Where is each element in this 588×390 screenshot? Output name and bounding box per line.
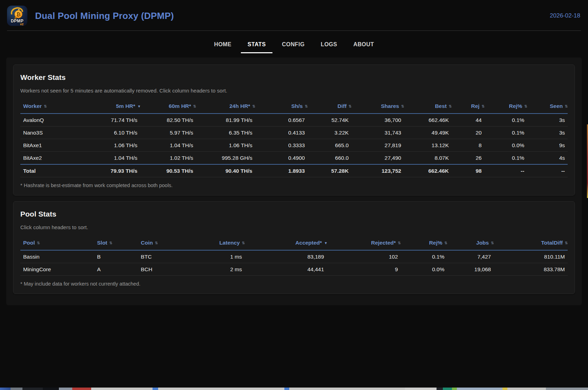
bitcoin-coin-icon: ₿ [14, 10, 22, 18]
window-sliver-segment [43, 388, 59, 390]
worker-name: AvalonQ [20, 114, 89, 126]
window-sliver-segment [452, 388, 457, 390]
worker-col-worker[interactable]: Worker⇅ [20, 100, 89, 114]
pool-col-slot[interactable]: Slot⇅ [94, 237, 138, 250]
logo-text: DPMP [7, 19, 27, 23]
app-header: ₿ DPMP v2 Dual Pool Mining Proxy (DPMP) … [0, 0, 588, 26]
tab-config[interactable]: CONFIG [275, 36, 311, 53]
pool-col-totaldiff[interactable]: TotalDiff⇅ [494, 237, 568, 250]
pool-col-accepted[interactable]: Accepted*▼ [245, 237, 327, 250]
window-sliver-segment [72, 388, 91, 390]
window-sliver-segment [507, 388, 546, 390]
worker-stats-title: Worker Stats [20, 73, 568, 82]
page-title: Dual Pool Mining Proxy (DPMP) [35, 11, 174, 21]
worker-col-shs[interactable]: Sh/s⇅ [255, 100, 308, 114]
worker-table-header-row: Worker⇅ 5m HR*▼ 60m HR*⇅ 24h HR*⇅ Sh/s⇅ … [20, 100, 568, 114]
window-sliver-segment [546, 388, 588, 390]
window-sliver-segment [91, 388, 153, 390]
pool-col-latency[interactable]: Latency⇅ [182, 237, 245, 250]
pool-table-header-row: Pool⇅ Slot⇅ Coin⇅ Latency⇅ Accepted*▼ Re… [20, 237, 568, 250]
logo-version: v2 [20, 22, 23, 26]
tab-logs[interactable]: LOGS [314, 36, 344, 53]
pool-col-pool[interactable]: Pool⇅ [20, 237, 94, 250]
worker-stats-footnote: * Hashrate is best-estimate from work co… [20, 183, 568, 188]
main-content: Worker Stats Workers not seen for 5 minu… [6, 57, 582, 305]
header-date: 2026-02-18 [550, 12, 580, 19]
pool-name: Bassin [20, 250, 94, 263]
worker-total-row: Total 79.93 TH/s 90.53 TH/s 90.40 TH/s 1… [20, 164, 568, 177]
app-logo: ₿ DPMP v2 [7, 6, 27, 26]
worker-stats-card: Worker Stats Workers not seen for 5 minu… [13, 64, 575, 196]
worker-col-seen[interactable]: Seen⇅ [527, 100, 568, 114]
table-row: Bassin B BTC 1 ms 83,189 102 0.1% 7,427 … [20, 250, 568, 263]
pool-col-coin[interactable]: Coin⇅ [138, 237, 182, 250]
pool-stats-table: Pool⇅ Slot⇅ Coin⇅ Latency⇅ Accepted*▼ Re… [20, 237, 568, 275]
window-sliver-segment [405, 388, 437, 390]
table-row: MiningCore A BCH 2 ms 44,441 9 0.0% 19,0… [20, 263, 568, 276]
pool-col-rejected[interactable]: Rejected*⇅ [327, 237, 401, 250]
table-row: BitAxe1 1.06 TH/s 1.04 TH/s 1.06 TH/s 0.… [20, 139, 568, 152]
worker-stats-table: Worker⇅ 5m HR*▼ 60m HR*⇅ 24h HR*⇅ Sh/s⇅ … [20, 100, 568, 177]
pool-col-rej-pct[interactable]: Rej%⇅ [401, 237, 447, 250]
window-sliver-segment [457, 388, 502, 390]
window-sliver-segment [502, 388, 507, 390]
pool-stats-subtitle: Click column headers to sort. [20, 224, 568, 230]
window-sliver-segment [22, 388, 43, 390]
bitcoin-symbol: ₿ [16, 11, 20, 17]
worker-name: BitAxe1 [20, 139, 89, 152]
background-window-sliver [0, 388, 588, 390]
window-sliver-segment [153, 388, 158, 390]
window-sliver-segment [59, 388, 72, 390]
window-sliver-segment [0, 388, 11, 390]
pool-stats-footnote: * May include data for workers not curre… [20, 281, 568, 287]
worker-name: Nano3S [20, 126, 89, 139]
worker-col-24h-hr[interactable]: 24h HR*⇅ [196, 100, 255, 114]
tab-stats[interactable]: STATS [241, 36, 272, 53]
pool-stats-title: Pool Stats [20, 210, 568, 218]
nav-tabs: HOME STATS CONFIG LOGS ABOUT [0, 36, 588, 53]
pool-stats-card: Pool Stats Click column headers to sort.… [13, 201, 575, 294]
worker-col-shares[interactable]: Shares⇅ [351, 100, 404, 114]
worker-name: BitAxe2 [20, 152, 89, 165]
pool-name: MiningCore [20, 263, 94, 276]
table-row: Nano3S 6.10 TH/s 5.97 TH/s 6.35 TH/s 0.4… [20, 126, 568, 139]
header-divider [7, 30, 581, 31]
worker-col-rej[interactable]: Rej⇅ [452, 100, 485, 114]
table-row: BitAxe2 1.04 TH/s 1.02 TH/s 995.28 GH/s … [20, 152, 568, 165]
window-sliver-segment [11, 388, 22, 390]
worker-col-5m-hr[interactable]: 5m HR*▼ [89, 100, 140, 114]
pool-table-bottom-rule [20, 275, 568, 276]
window-sliver-segment [284, 388, 289, 390]
window-sliver-segment [158, 388, 284, 390]
window-sliver-segment [289, 388, 405, 390]
pool-col-jobs[interactable]: Jobs⇅ [447, 237, 494, 250]
worker-stats-subtitle: Workers not seen for 5 minutes are autom… [20, 88, 568, 94]
table-row: AvalonQ 71.74 TH/s 82.50 TH/s 81.99 TH/s… [20, 114, 568, 126]
tab-about[interactable]: ABOUT [347, 36, 381, 53]
worker-col-rej-pct[interactable]: Rej%⇅ [485, 100, 527, 114]
window-sliver-segment [437, 388, 443, 390]
window-sliver-segment [443, 388, 452, 390]
worker-col-60m-hr[interactable]: 60m HR*⇅ [140, 100, 196, 114]
worker-col-diff[interactable]: Diff⇅ [307, 100, 351, 114]
worker-col-best[interactable]: Best⇅ [404, 100, 452, 114]
tab-home[interactable]: HOME [207, 36, 238, 53]
